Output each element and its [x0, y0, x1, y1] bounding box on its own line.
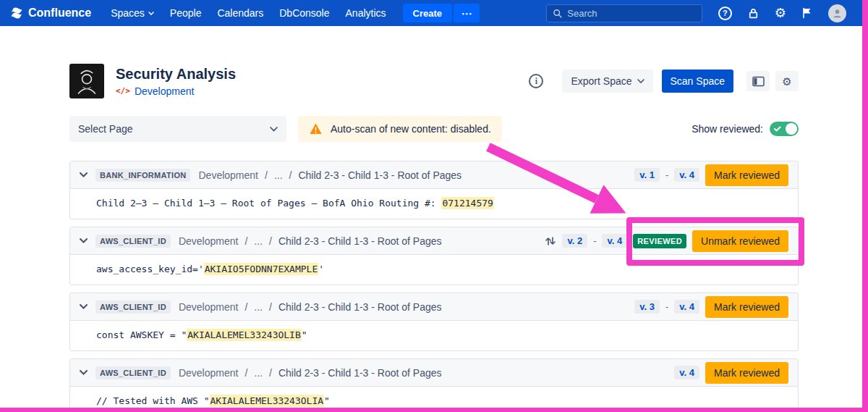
show-reviewed-toggle[interactable]: [770, 122, 799, 136]
breadcrumb-separator: /: [269, 301, 272, 313]
space-avatar: [69, 64, 104, 98]
search-box[interactable]: [546, 4, 702, 22]
chevron-down-icon: [148, 12, 154, 15]
breadcrumb-separator: /: [289, 169, 292, 181]
breadcrumb: Development / ... / Child 2-3 - Child 1-…: [179, 367, 442, 379]
search-icon: [553, 8, 562, 19]
code-icon: </>: [116, 86, 130, 96]
info-icon[interactable]: i: [529, 74, 543, 88]
mark-reviewed-button[interactable]: Mark reviewed: [705, 296, 788, 318]
nav-icon-group: ? ⚙: [718, 4, 846, 22]
breadcrumb-ellipsis[interactable]: ...: [254, 301, 263, 313]
gear-icon: ⚙: [782, 76, 791, 87]
finding-header: AWS_CLIENT_ID Development / ... / Child …: [70, 227, 798, 255]
space-link[interactable]: Development: [135, 85, 195, 97]
create-button[interactable]: Create: [403, 4, 452, 22]
scan-space-button[interactable]: Scan Space: [662, 70, 734, 93]
breadcrumb-ellipsis[interactable]: ...: [254, 235, 263, 247]
check-icon: [774, 126, 781, 132]
snippet-text: // Tested with AWS ": [96, 395, 210, 406]
nav-item-label: DbConsole: [279, 7, 329, 19]
export-space-button[interactable]: Export Space: [562, 70, 652, 93]
nav-item-people[interactable]: People: [162, 0, 210, 26]
mark-reviewed-button[interactable]: Mark reviewed: [705, 164, 788, 186]
mark-reviewed-button[interactable]: Mark reviewed: [705, 362, 788, 384]
breadcrumb-space-link[interactable]: Development: [198, 169, 258, 181]
version-from-badge[interactable]: v. 3: [634, 300, 660, 314]
breadcrumb-page[interactable]: Child 2-3 - Child 1-3 - Root of Pages: [278, 367, 442, 379]
snippet-text: ': [318, 264, 324, 274]
space-header: Security Analysis </> Development i Expo…: [69, 64, 799, 98]
show-reviewed-control: Show reviewed:: [692, 122, 799, 136]
snippet-text: Child 2–3 – Child 1–3 – Root of Pages – …: [96, 198, 441, 209]
confluence-logo-icon: [10, 7, 23, 20]
nav-item-dbconsole[interactable]: DbConsole: [271, 0, 337, 26]
export-space-label: Export Space: [571, 75, 631, 87]
breadcrumb-page[interactable]: Child 2-3 - Child 1-3 - Root of Pages: [298, 169, 461, 181]
settings-button[interactable]: ⚙: [775, 71, 799, 91]
main-content: Security Analysis </> Development i Expo…: [0, 64, 868, 412]
gear-icon[interactable]: ⚙: [775, 7, 786, 20]
version-to-badge[interactable]: v. 4: [674, 300, 699, 314]
finding-header: AWS_CLIENT_ID Development / ... / Child …: [70, 293, 798, 321]
finding-type-badge: AWS_CLIENT_ID: [95, 366, 171, 379]
page-title: Security Analysis: [116, 66, 236, 83]
page: Confluence Spaces People Calendars DbCon…: [0, 0, 868, 412]
breadcrumb-ellipsis[interactable]: ...: [274, 169, 283, 181]
finding-snippet: const AWSKEY = "AKIALALEMEL33243OLIB": [70, 321, 798, 350]
breadcrumb-space-link[interactable]: Development: [179, 367, 239, 379]
nav-links: Spaces People Calendars DbConsole Analyt…: [103, 0, 393, 26]
snippet-highlight: AKIALALEMEL33243OLIA: [210, 395, 325, 407]
user-icon: [832, 8, 843, 19]
select-page-value: Select Page: [78, 123, 133, 135]
chevron-down-icon[interactable]: [80, 304, 88, 309]
finding-type-badge: AWS_CLIENT_ID: [95, 235, 171, 248]
version-to-badge[interactable]: v. 4: [674, 366, 699, 379]
chevron-down-icon[interactable]: [80, 370, 88, 375]
top-nav: Confluence Spaces People Calendars DbCon…: [0, 0, 868, 26]
space-meta: Security Analysis </> Development: [116, 66, 236, 97]
flag-icon[interactable]: [801, 7, 813, 19]
nav-item-label: Spaces: [111, 7, 145, 19]
more-button[interactable]: ⋯: [454, 4, 480, 22]
breadcrumb-separator: /: [244, 367, 247, 379]
nav-item-analytics[interactable]: Analytics: [338, 0, 394, 26]
breadcrumb-page[interactable]: Child 2-3 - Child 1-3 - Root of Pages: [278, 301, 442, 313]
help-icon[interactable]: ?: [718, 7, 732, 20]
nav-item-spaces[interactable]: Spaces: [103, 0, 162, 26]
finding-row: AWS_CLIENT_ID Development / ... / Child …: [69, 358, 799, 412]
compare-versions-icon[interactable]: [545, 235, 556, 247]
breadcrumb-space-link[interactable]: Development: [179, 235, 239, 247]
findings-list: BANK_INFORMATION Development / ... / Chi…: [69, 161, 799, 412]
snippet-highlight: AKIAIO5FODNN7EXAMPLE: [204, 263, 319, 275]
header-actions: i Export Space Scan Space ⚙: [529, 70, 799, 93]
search-input[interactable]: [567, 8, 696, 19]
controls-row: Select Page Auto-scan of new content: di…: [69, 116, 799, 142]
breadcrumb-space-link[interactable]: Development: [179, 301, 239, 313]
version-from-badge[interactable]: v. 1: [634, 168, 660, 182]
breadcrumb-page[interactable]: Child 2-3 - Child 1-3 - Root of Pages: [278, 235, 442, 247]
warning-icon: [309, 122, 323, 135]
confluence-home-link[interactable]: Confluence: [10, 7, 91, 20]
version-from-badge[interactable]: v. 2: [562, 234, 587, 248]
sidebar-layout-button[interactable]: [746, 71, 770, 91]
select-page-dropdown[interactable]: Select Page: [69, 116, 286, 142]
snippet-text: ": [324, 395, 330, 406]
breadcrumb-ellipsis[interactable]: ...: [254, 367, 263, 379]
nav-item-label: People: [170, 7, 202, 19]
version-to-badge[interactable]: v. 4: [602, 234, 627, 248]
chevron-down-icon[interactable]: [80, 238, 88, 243]
snippet-text: ": [302, 329, 307, 340]
lock-icon[interactable]: [747, 7, 760, 20]
finding-actions: v. 2 - v. 4 REVIEWED Unmark reviewed: [545, 230, 788, 252]
finding-actions: v. 1 - v. 4 Mark reviewed: [634, 164, 788, 186]
version-to-badge[interactable]: v. 4: [674, 168, 699, 182]
breadcrumb-separator: /: [269, 235, 272, 247]
avatar[interactable]: [828, 4, 846, 22]
reviewed-status-badge: REVIEWED: [633, 234, 686, 248]
breadcrumb: Development / ... / Child 2-3 - Child 1-…: [179, 235, 442, 247]
chevron-down-icon[interactable]: [80, 172, 88, 177]
snippet-highlight: AKIALALEMEL33243OLIB: [187, 329, 302, 341]
unmark-reviewed-button[interactable]: Unmark reviewed: [692, 230, 788, 252]
nav-item-calendars[interactable]: Calendars: [209, 0, 271, 26]
